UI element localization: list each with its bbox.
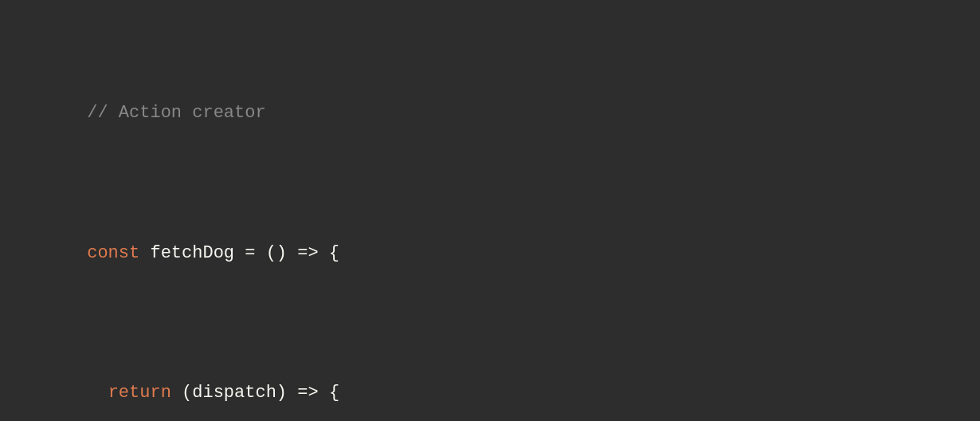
comment-text-1: // Action creator bbox=[87, 103, 265, 123]
code-container: // Action creator const fetchDog = () =>… bbox=[0, 0, 980, 421]
comment-line-1: // Action creator bbox=[24, 70, 956, 155]
dispatch-arrow: (dispatch) => { bbox=[182, 383, 339, 403]
code-block: // Action creator const fetchDog = () =>… bbox=[24, 14, 956, 421]
indent2 bbox=[87, 383, 108, 403]
fetchdog-decl: fetchDog = () => { bbox=[150, 243, 339, 263]
code-line-1: const fetchDog = () => { bbox=[24, 210, 956, 295]
keyword-return: return bbox=[108, 383, 182, 403]
code-line-2: return (dispatch) => { bbox=[24, 351, 956, 421]
keyword-const: const bbox=[87, 243, 150, 263]
